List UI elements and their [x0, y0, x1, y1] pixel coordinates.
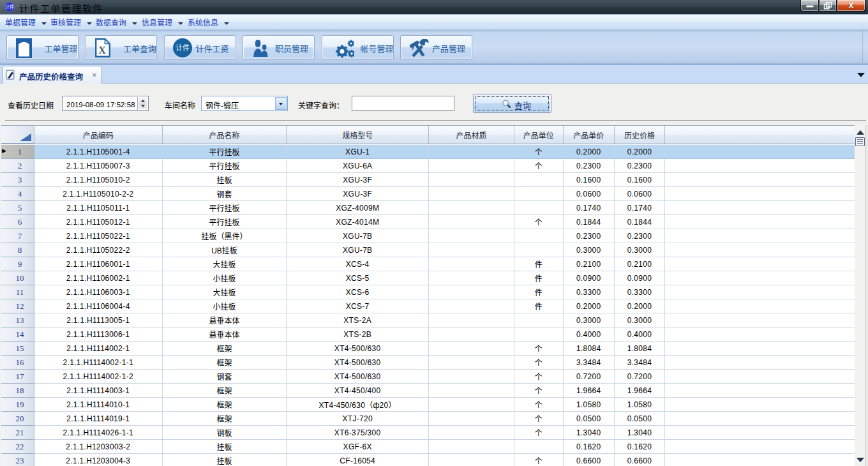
svg-text:X: X	[98, 45, 106, 56]
